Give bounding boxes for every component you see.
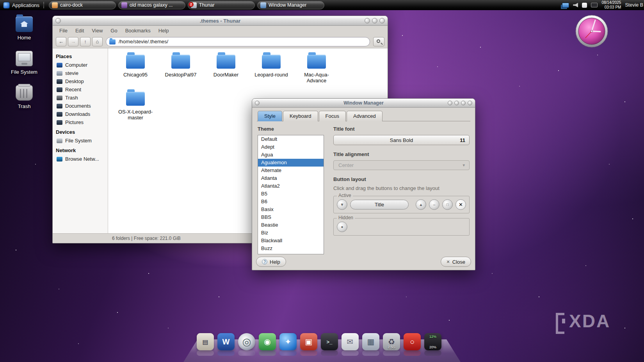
folder-item[interactable]: DoorMaker: [203, 55, 249, 84]
help-button[interactable]: ? Help: [256, 257, 286, 267]
theme-item[interactable]: Atlanta2: [258, 182, 324, 190]
menu-item[interactable]: Edit: [72, 27, 87, 34]
task-button-cairo-dock[interactable]: cairo-dock: [49, 1, 116, 9]
theme-item[interactable]: B6: [258, 198, 324, 206]
applications-menu-button[interactable]: Applications: [0, 0, 43, 10]
desktop-icon[interactable]: Trash: [7, 85, 41, 109]
workspace-icon[interactable]: ▦: [362, 333, 379, 350]
user-name: Stevie B: [625, 2, 643, 8]
path-input[interactable]: [106, 37, 370, 46]
theme-item[interactable]: B5: [258, 190, 324, 198]
retro-computer-icon[interactable]: ▤: [197, 333, 214, 350]
sidebar-item[interactable]: Documents: [55, 102, 106, 110]
active-buttons-frame: Active ▼ Title ▲ – □ ✕: [333, 196, 470, 213]
theme-item[interactable]: Buzz: [258, 245, 324, 252]
notifications-icon[interactable]: [582, 3, 587, 8]
close-button[interactable]: [379, 18, 385, 23]
folder-item[interactable]: Mac-Aqua-Advance: [294, 55, 339, 84]
close-dialog-button[interactable]: ✕ Close: [441, 257, 471, 267]
mail-icon[interactable]: ✉: [342, 333, 359, 350]
theme-item[interactable]: Agualemon: [258, 159, 324, 167]
task-button-thunar[interactable]: 2 Thunar: [188, 1, 255, 9]
folder-item[interactable]: Leopard-round: [249, 55, 294, 84]
menu-item[interactable]: Go: [107, 27, 121, 34]
folder-icon: [262, 55, 281, 69]
menu-item[interactable]: Help: [155, 27, 173, 34]
trash-icon[interactable]: ♻ 2.5G: [383, 333, 400, 350]
panel-clock[interactable]: 08/14/2025 03:03 PM: [601, 0, 621, 10]
thunar-titlebar[interactable]: .themes - Thunar: [53, 16, 388, 26]
desktop-icon[interactable]: File System: [7, 51, 41, 75]
sidebar-item[interactable]: Desktop: [55, 77, 106, 85]
minimize-button[interactable]: [454, 101, 459, 105]
folder-icon: [126, 55, 145, 69]
folder-item[interactable]: Chicago95: [113, 55, 158, 84]
tab-advanced[interactable]: Advanced: [347, 111, 382, 121]
menu-item[interactable]: File: [56, 27, 71, 34]
volume-icon[interactable]: [573, 3, 578, 7]
power-icon[interactable]: ○: [404, 333, 421, 350]
theme-item[interactable]: Basix: [258, 206, 324, 213]
cd-icon[interactable]: ◎: [238, 333, 255, 350]
theme-item[interactable]: Adept: [258, 143, 324, 151]
sidebar-item[interactable]: Downloads: [55, 110, 106, 118]
up-button[interactable]: ↑: [80, 37, 91, 46]
window-menu-button[interactable]: [255, 101, 260, 105]
theme-item[interactable]: Alternate: [258, 167, 324, 174]
wm-menu-button[interactable]: ▼: [337, 199, 347, 210]
wm-maximize-button[interactable]: □: [442, 199, 453, 210]
maximize-button[interactable]: [372, 18, 377, 23]
meter-icon[interactable]: 20% 12%: [424, 333, 441, 350]
forward-button[interactable]: →: [68, 37, 78, 46]
theme-list[interactable]: Default Adept Agua Agua: [258, 135, 324, 254]
theme-item[interactable]: Atlanta: [258, 174, 324, 182]
sidebar-item[interactable]: File System: [55, 137, 106, 145]
theme-item[interactable]: Blackwall: [258, 237, 324, 245]
close-button[interactable]: [468, 101, 472, 105]
sidebar-item[interactable]: stevie: [55, 69, 106, 77]
sidebar-item[interactable]: Recent: [55, 85, 106, 94]
safari-icon[interactable]: ✦: [279, 333, 297, 350]
video-chat-icon[interactable]: ◉: [259, 333, 276, 350]
tab-focus[interactable]: Focus: [319, 111, 346, 121]
task-button-image-viewer[interactable]: old macos galaxy ...: [118, 1, 185, 9]
display-icon[interactable]: [562, 3, 569, 8]
title-drag-handle[interactable]: Title: [350, 200, 409, 209]
wm-titlebar[interactable]: Window Manager: [252, 99, 475, 108]
wm-close-button[interactable]: ✕: [455, 199, 466, 210]
back-button[interactable]: ←: [56, 37, 66, 46]
folder-item[interactable]: DesktopPal97: [158, 55, 203, 84]
desktop-icon[interactable]: Home: [7, 16, 41, 41]
toolbox-icon[interactable]: ▣: [300, 333, 317, 350]
home-button[interactable]: ⌂: [92, 37, 103, 46]
shade-button[interactable]: [448, 101, 452, 105]
window-menu-button[interactable]: [55, 18, 61, 23]
keyboard-icon[interactable]: [591, 3, 598, 7]
title-alignment-select[interactable]: Center ▾: [333, 160, 470, 170]
sidebar-item[interactable]: Computer: [55, 61, 106, 69]
tab-keyboard[interactable]: Keyboard: [283, 111, 318, 121]
wm-sticky-button[interactable]: ●: [337, 222, 347, 232]
maximize-button[interactable]: [461, 101, 466, 105]
menu-item[interactable]: View: [88, 27, 106, 34]
terminal-icon[interactable]: >_: [321, 333, 338, 350]
theme-item[interactable]: Biz: [258, 229, 324, 237]
theme-item[interactable]: Beastie: [258, 221, 324, 229]
wm-minimize-button[interactable]: –: [429, 199, 439, 210]
folder-item[interactable]: OS-X-Leopard-master: [113, 92, 158, 121]
menu-item[interactable]: Bookmarks: [122, 27, 154, 34]
theme-item[interactable]: Default: [258, 135, 324, 143]
search-button[interactable]: [373, 37, 384, 46]
word-icon[interactable]: W: [217, 333, 235, 350]
minimize-button[interactable]: [365, 18, 370, 23]
sidebar-item[interactable]: Pictures: [55, 118, 106, 126]
theme-item[interactable]: BBS: [258, 213, 324, 221]
task-button-window-manager[interactable]: Window Manager: [257, 1, 324, 9]
tab-style[interactable]: Style: [258, 111, 282, 121]
wm-shade-button[interactable]: ▲: [416, 199, 426, 210]
sidebar-item[interactable]: Trash: [55, 94, 106, 102]
title-font-button[interactable]: Sans Bold 11: [333, 135, 470, 145]
theme-item[interactable]: Agua: [258, 151, 324, 159]
button-layout-hint: Click and drag the buttons to change the…: [333, 185, 470, 191]
sidebar-item[interactable]: Browse Netw...: [55, 155, 106, 163]
